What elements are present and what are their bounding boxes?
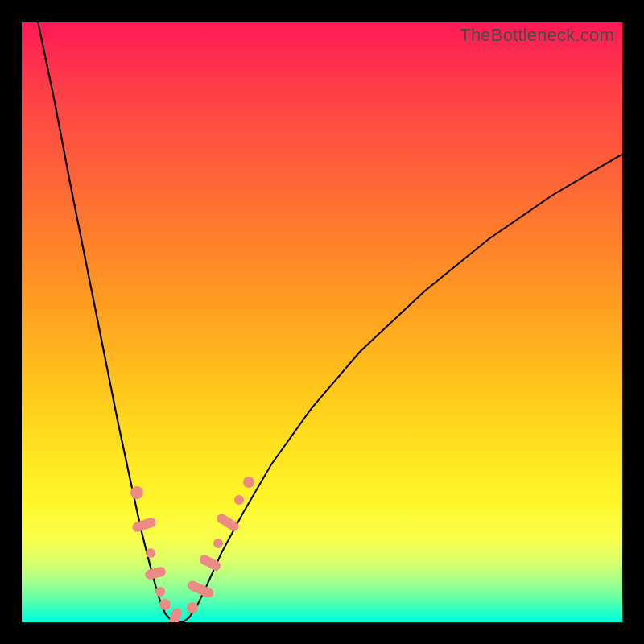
- plot-area: TheBottleneck.com: [22, 22, 622, 622]
- bead-round: [243, 477, 254, 488]
- bead-round: [155, 587, 165, 597]
- bead-round: [187, 602, 198, 613]
- bead-round: [213, 539, 223, 548]
- bead-long: [131, 517, 157, 534]
- bead-long: [198, 553, 222, 572]
- bead-long: [144, 566, 167, 580]
- bead-round: [130, 486, 143, 499]
- bead-round: [234, 495, 244, 505]
- bead-round: [146, 548, 155, 558]
- beads-left: [130, 486, 183, 622]
- right-curve: [183, 155, 622, 622]
- beads-right: [186, 477, 254, 613]
- chart-stage: TheBottleneck.com: [0, 0, 644, 644]
- curve-layer: [22, 22, 622, 622]
- bead-long: [215, 512, 241, 533]
- bead-long: [186, 580, 215, 600]
- left-curve: [38, 22, 175, 622]
- bead-long: [167, 607, 184, 622]
- bead-round: [159, 599, 171, 610]
